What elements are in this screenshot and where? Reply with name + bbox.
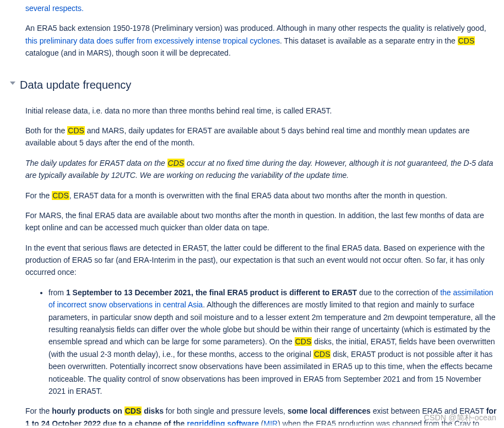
highlight-cds: CDS (52, 191, 69, 200)
paragraph-for-the-cds: For the CDS, ERA5T data for a month is o… (10, 189, 497, 202)
bold: some local differences (288, 407, 371, 415)
paragraph-for-mars: For MARS, the final ERA5 data are availa… (10, 209, 497, 234)
text: exist between ERA5 and ERA5T (371, 407, 486, 415)
text: and MARS, daily updates for ERA5T are av… (25, 126, 469, 147)
text: from (48, 288, 66, 297)
text: For the (25, 191, 52, 200)
highlight-cds: CDS (167, 159, 185, 167)
paragraph-link-tail: several respects. (10, 2, 497, 14)
highlight-cds: CDS (295, 337, 312, 346)
section-heading-data-update-frequency[interactable]: Data update frequency (10, 76, 497, 94)
bold: hourly products on CDS disks (52, 407, 164, 415)
highlight-cds: CDS (313, 350, 331, 359)
text: Both for the (25, 126, 67, 135)
paragraph-serious-flaws: In the event that serious flaws are dete… (10, 242, 497, 279)
highlight-cds: CDS (124, 407, 142, 415)
link-preliminary-data[interactable]: this preliminary data does suffer from e… (25, 36, 280, 45)
bullet-list: from 1 September to 13 December 2021, th… (10, 286, 497, 398)
bold-date-range: 1 September to 13 December 2021, the fin… (66, 288, 357, 297)
paragraph-both-cds-mars: Both for the CDS and MARS, daily updates… (10, 124, 497, 149)
list-item: from 1 September to 13 December 2021, th… (48, 286, 497, 398)
text: due to the correction of (357, 288, 440, 297)
text: catalogue (and in MARS), though soon it … (25, 48, 231, 57)
text: . This dataset is available as a separat… (280, 36, 458, 45)
highlight-cds: CDS (67, 126, 85, 135)
paragraph-initial-release: Initial release data, i.e. data no more … (10, 105, 497, 117)
text: The daily updates for ERA5T data on the (25, 159, 167, 167)
paragraph-back-extension: An ERA5 back extension 1950-1978 (Prelim… (10, 22, 497, 59)
text: An ERA5 back extension 1950-1978 (Prelim… (25, 24, 486, 32)
text: For the (25, 407, 52, 415)
note-daily-updates: The daily updates for ERA5T data on the … (10, 157, 497, 182)
link-several-respects[interactable]: several respects. (25, 4, 84, 13)
text: , ERA5T data for a month is overwritten … (69, 191, 447, 200)
text: for both single and pressure levels, (164, 407, 288, 415)
highlight-cds: CDS (458, 36, 475, 45)
